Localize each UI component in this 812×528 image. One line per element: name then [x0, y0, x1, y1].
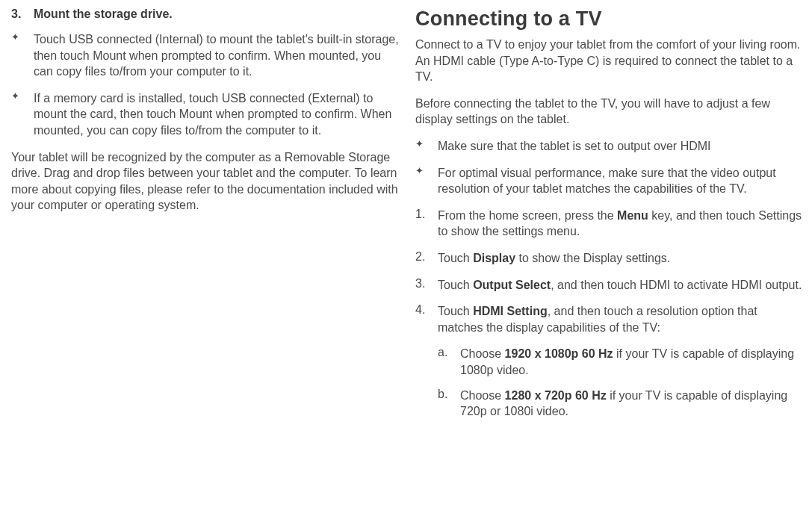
paragraph: Before connecting the tablet to the TV, … [415, 96, 805, 128]
paragraph: Your tablet will be recognized by the co… [11, 149, 400, 214]
step-number: 2. [415, 250, 438, 267]
step-number: 3. [11, 7, 34, 21]
text-part: , and then touch HDMI to activate HDMI o… [551, 279, 802, 291]
star-icon: ✦ [11, 90, 34, 139]
step-number: 1. [415, 208, 438, 240]
bold-term: HDMI Setting [473, 305, 548, 317]
right-column: Connecting to a TV Connect to a TV to en… [415, 7, 805, 521]
ordered-step-3: 3. Touch Output Select, and then touch H… [415, 277, 805, 293]
text-part: Choose [460, 347, 505, 360]
section-heading: Connecting to a TV [415, 7, 805, 31]
bullet-item: ✦ For optimal visual performance, make s… [415, 165, 805, 197]
left-column: 3. Mount the storage drive. ✦ Touch USB … [11, 7, 400, 521]
bullet-item: ✦ If a memory card is installed, touch U… [11, 90, 400, 139]
bold-term: Output Select [473, 279, 551, 291]
bold-term: 1280 x 720p 60 Hz [505, 389, 607, 402]
sub-text: Choose 1920 x 1080p 60 Hz if your TV is … [460, 346, 805, 378]
step-text: Touch HDMI Setting, and then touch a res… [438, 303, 805, 335]
bullet-item: ✦ Make sure that the tablet is set to ou… [415, 138, 805, 155]
step-3-header: 3. Mount the storage drive. [11, 7, 400, 21]
ordered-step-4: 4. Touch HDMI Setting, and then touch a … [415, 303, 805, 335]
star-icon: ✦ [11, 31, 34, 80]
paragraph: Connect to a TV to enjoy your tablet fro… [415, 37, 805, 85]
text-part: Touch [438, 279, 473, 291]
bullet-text: For optimal visual performance, make sur… [438, 165, 805, 197]
bullet-text: Touch USB connected (Internal) to mount … [34, 31, 400, 80]
step-number: 4. [415, 303, 438, 335]
sub-letter: a. [438, 346, 460, 378]
step-number: 3. [415, 277, 438, 293]
bold-term: Display [473, 252, 515, 264]
sub-step-a: a. Choose 1920 x 1080p 60 Hz if your TV … [415, 346, 805, 378]
step-text: Touch Display to show the Display settin… [438, 250, 805, 267]
text-part: to show the Display settings. [515, 252, 670, 264]
step-title: Mount the storage drive. [34, 7, 400, 21]
text-part: From the home screen, press the [438, 209, 617, 222]
sub-step-b: b. Choose 1280 x 720p 60 Hz if your TV i… [415, 388, 805, 420]
step-text: Touch Output Select, and then touch HDMI… [438, 277, 805, 293]
bullet-text: If a memory card is installed, touch USB… [34, 90, 400, 139]
text-part: Touch [438, 305, 473, 317]
ordered-step-1: 1. From the home screen, press the Menu … [415, 208, 805, 240]
text-part: Choose [460, 389, 505, 402]
ordered-step-2: 2. Touch Display to show the Display set… [415, 250, 805, 267]
bold-term: 1920 x 1080p 60 Hz [505, 347, 613, 360]
bullet-text: Make sure that the tablet is set to outp… [438, 138, 805, 155]
star-icon: ✦ [415, 165, 438, 197]
bullet-item: ✦ Touch USB connected (Internal) to moun… [11, 31, 400, 80]
sub-letter: b. [438, 388, 460, 420]
bold-term: Menu [617, 209, 648, 222]
step-text: From the home screen, press the Menu key… [438, 208, 805, 240]
sub-text: Choose 1280 x 720p 60 Hz if your TV is c… [460, 388, 805, 420]
star-icon: ✦ [415, 138, 438, 155]
text-part: Touch [438, 252, 473, 264]
